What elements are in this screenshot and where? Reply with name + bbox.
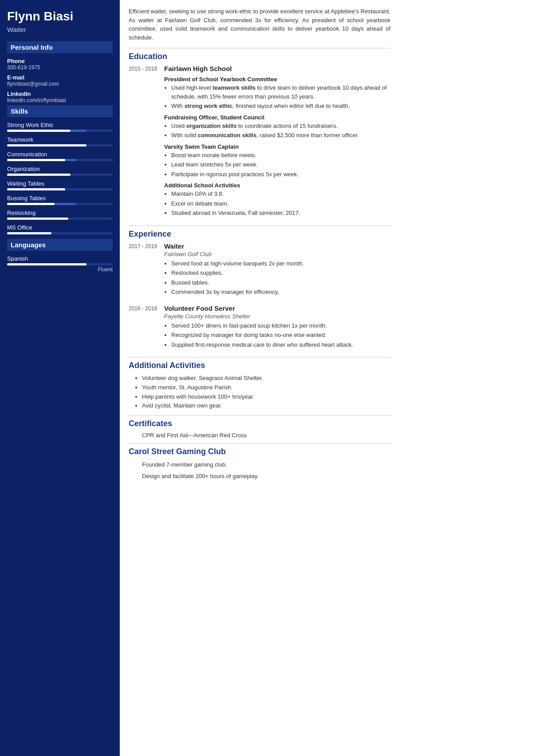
skill-bar-row [7,218,113,220]
bullet-item: With solid communication skills, raised … [171,131,390,140]
gaming-divider [129,443,390,443]
skill-bar-row [7,232,113,234]
bullet-item: Recognized by manager for doing tasks no… [171,331,390,340]
phone-label: Phone [7,58,113,64]
entry-role: Fundraising Officer, Student Council [164,114,390,121]
skill-bar-bg [7,174,113,176]
skill-bar-fill [7,144,87,146]
bullet-item: Served food at high-volume banquets 2x p… [171,259,390,268]
phone-value: 305-619-1975 [7,64,113,71]
education-list: 2015 - 2018Fairlawn High SchoolPresident… [129,65,390,220]
skill-bar-row [7,144,113,146]
skill-bar-fill [7,203,55,205]
skill-bar-fill [7,232,51,234]
entry-body: Volunteer Food ServerFayette County Home… [164,305,390,352]
language-bar-fill [7,263,87,265]
skill-bar-fill [7,174,71,176]
main-content: Efficient waiter, seeking to use strong … [120,0,399,756]
email-value: flynnbiasi@gmail.com [7,81,113,87]
skill-bar-row [7,188,113,190]
skill-item: MS Office [7,224,113,234]
bullet-item: Restocked supplies. [171,269,390,277]
skill-name: Organization [7,166,113,172]
skill-bar-fill [7,188,65,190]
language-name: Spanish [7,255,113,262]
entry-date: 2015 - 2018 [129,65,164,220]
skill-name: MS Office [7,224,113,231]
additional-item: Volunteer dog walker, Seagrass Animal Sh… [142,374,390,383]
skill-name: Communication [7,151,113,158]
email-label: E-mail [7,74,113,81]
skill-bar-bg [7,188,113,190]
language-bar-row [7,263,113,265]
experience-divider [129,226,390,226]
certificates-text: CPR and First Aid—American Red Cross [129,432,390,439]
linkedin-section: LinkedIn linkedin.com/in/flynnbiasi [7,91,113,103]
skill-bar-fill2 [55,203,76,205]
bullet-item: Served 100+ diners in fast-paced soup ki… [171,321,390,330]
skill-bar-row [7,130,113,132]
skill-bar-fill [7,218,68,220]
entry-role: Varsity Swim Team Captain [164,143,390,150]
language-item: SpanishFluent [7,255,113,273]
bullet-item: Bussed tables. [171,278,390,287]
experience-list: 2017 - 2018WaiterFairlawn Golf ClubServe… [129,242,390,352]
entry-bullets: Maintain GPA of 3.8.Excel on debate team… [164,190,390,218]
languages-header: Languages [7,239,113,251]
experience-entry: 2017 - 2018WaiterFairlawn Golf ClubServe… [129,242,390,299]
bullet-item: Supplied first-response medical care to … [171,340,390,349]
gaming-title: Carol Street Gaming Club [129,447,390,456]
skills-list: Strong Work EthicTeamworkCommunicationOr… [7,122,113,234]
skill-item: Strong Work Ethic [7,122,113,132]
bullet-item: Lead team stretches 5x per week. [171,160,390,169]
skill-name: Strong Work Ethic [7,122,113,128]
summary-text: Efficient waiter, seeking to use strong … [129,7,390,42]
additional-divider [129,357,390,357]
skill-bar-bg [7,130,113,132]
sidebar: Flynn Biasi Waiter Personal Info Phone 3… [0,0,120,756]
email-section: E-mail flynnbiasi@gmail.com [7,74,113,87]
skill-item: Teamwork [7,136,113,146]
skill-bar-bg [7,159,113,161]
name: Flynn Biasi [7,9,113,24]
entry-bullets: Used high-level teamwork skills to drive… [164,83,390,111]
skill-bar-row [7,174,113,176]
skill-item: Restocking [7,210,113,220]
linkedin-label: LinkedIn [7,91,113,97]
education-entry: 2015 - 2018Fairlawn High SchoolPresident… [129,65,390,220]
entry-org: Volunteer Food Server [164,305,390,312]
skill-bar-fill [7,130,71,132]
certificates-divider [129,415,390,416]
skill-bar-fill [7,159,65,161]
skill-item: Bussing Tables [7,195,113,205]
experience-title: Experience [129,230,390,239]
entry-role: President of School Yearbook Committee [164,76,390,83]
skill-bar-bg [7,203,113,205]
additional-item: Youth mentor, St. Augustine Parish. [142,383,390,392]
additional-item: Avid cyclist. Maintain own gear. [142,401,390,411]
skill-item: Organization [7,166,113,176]
skill-name: Waiting Tables [7,180,113,187]
skill-bar-fill2 [65,159,76,161]
entry-suborg: Fairlawn Golf Club [164,251,390,257]
education-divider [129,48,390,48]
entry-bullets: Used organization skills to coordinate a… [164,122,390,140]
skill-item: Waiting Tables [7,180,113,190]
language-level: Fluent [7,266,113,273]
entry-date: 2017 - 2018 [129,242,164,299]
bullet-item: Commended 3x by manager for efficiency. [171,288,390,297]
entry-bullets: Served 100+ diners in fast-paced soup ki… [164,321,390,349]
entry-date: 2016 - 2018 [129,305,164,352]
bullet-item: Excel on debate team. [171,199,390,208]
skill-name: Bussing Tables [7,195,113,202]
bullet-item: With strong work ethic, finished layout … [171,102,390,111]
bullet-item: Studied abroad in Venezuela, Fall semest… [171,209,390,218]
bullet-item: Used high-level teamwork skills to drive… [171,83,390,101]
skill-bar-fill2 [71,130,87,132]
gaming-content: Founded 7-member gaming club.Design and … [129,460,390,481]
certificates-title: Certificates [129,419,390,428]
skill-item: Communication [7,151,113,161]
bullet-item: Maintain GPA of 3.8. [171,190,390,198]
entry-bullets: Served food at high-volume banquets 2x p… [164,259,390,297]
entry-org: Waiter [164,242,390,250]
